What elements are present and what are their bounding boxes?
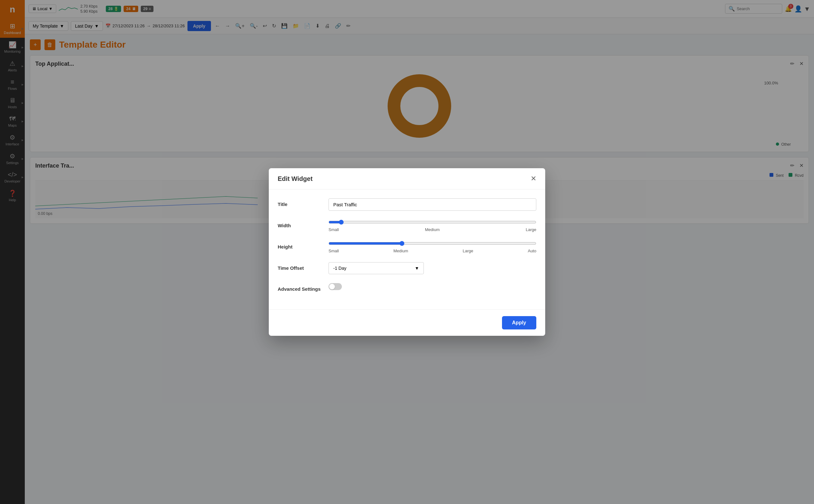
edit-widget-modal: Edit Widget ✕ Title Width Small Medium — [269, 168, 545, 336]
time-offset-select[interactable]: -1 Day ▼ — [329, 262, 424, 274]
height-row: Height Small Medium Large Auto — [278, 241, 536, 253]
width-small-label: Small — [329, 227, 339, 232]
height-labels: Small Medium Large Auto — [329, 249, 536, 253]
height-small-label: Small — [329, 249, 339, 253]
width-field-control: Small Medium Large — [329, 220, 536, 232]
width-medium-label: Medium — [425, 227, 440, 232]
advanced-toggle[interactable] — [329, 283, 342, 290]
width-row: Width Small Medium Large — [278, 220, 536, 232]
height-medium-label: Medium — [393, 249, 408, 253]
advanced-control — [329, 283, 536, 290]
width-large-label: Large — [526, 227, 536, 232]
height-field-label: Height — [278, 241, 329, 249]
height-slider[interactable] — [329, 241, 536, 246]
time-offset-label: Time Offset — [278, 262, 329, 271]
advanced-row: Advanced Settings — [278, 283, 536, 292]
modal-body: Title Width Small Medium Large — [269, 189, 545, 309]
time-offset-row: Time Offset -1 Day ▼ — [278, 262, 536, 274]
title-input[interactable] — [329, 198, 536, 211]
toggle-knob — [329, 284, 335, 289]
modal-overlay[interactable]: Edit Widget ✕ Title Width Small Medium — [0, 0, 814, 504]
modal-header: Edit Widget ✕ — [269, 168, 545, 189]
width-field-label: Width — [278, 220, 329, 228]
width-slider[interactable] — [329, 220, 536, 225]
width-labels: Small Medium Large — [329, 227, 536, 232]
modal-footer: Apply — [269, 309, 545, 336]
title-field-label: Title — [278, 198, 329, 207]
height-auto-label: Auto — [528, 249, 536, 253]
title-field-control — [329, 198, 536, 211]
height-large-label: Large — [463, 249, 473, 253]
modal-apply-button[interactable]: Apply — [502, 316, 536, 329]
time-offset-control: -1 Day ▼ — [329, 262, 536, 274]
modal-title: Edit Widget — [278, 175, 313, 182]
advanced-label: Advanced Settings — [278, 283, 329, 292]
height-field-control: Small Medium Large Auto — [329, 241, 536, 253]
time-offset-dropdown-icon: ▼ — [415, 266, 419, 271]
modal-close-button[interactable]: ✕ — [530, 175, 536, 183]
time-offset-value: -1 Day — [333, 266, 346, 271]
title-row: Title — [278, 198, 536, 211]
